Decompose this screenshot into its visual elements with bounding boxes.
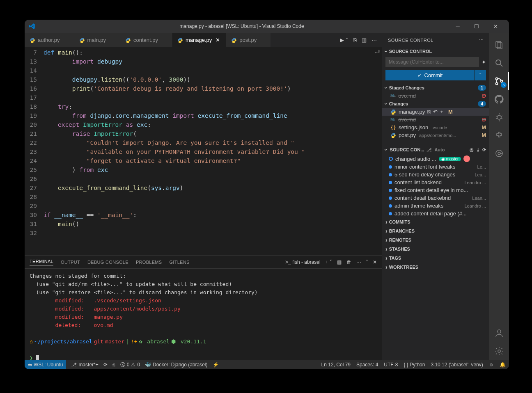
extensions-icon[interactable]	[489, 126, 509, 144]
vscode-logo-icon	[29, 23, 35, 30]
open-file-icon[interactable]: ⎘	[427, 109, 431, 115]
tags-section[interactable]: TAGS	[382, 254, 489, 263]
commit-message-input[interactable]	[385, 57, 479, 67]
tab-problems[interactable]: PROBLEMS	[136, 260, 162, 265]
graph-section[interactable]: SOURCE CON...	[390, 147, 424, 152]
bug-icon[interactable]	[489, 108, 509, 126]
svg-line-10	[501, 116, 502, 117]
split-terminal-icon[interactable]: ▥	[337, 259, 342, 265]
svg-point-16	[498, 330, 501, 333]
remotes-section[interactable]: REMOTES	[382, 235, 489, 244]
tab-post[interactable]: post.py✕	[226, 33, 271, 47]
docker-indicator[interactable]: 🐳 Docker: Django (abrasel)	[145, 362, 207, 368]
commit-row[interactable]: changed audio ...◉ master	[382, 155, 489, 163]
copilot-icon[interactable]: ☺	[489, 362, 494, 368]
commit-row[interactable]: admin theme tweaksLeandro ...	[382, 202, 489, 210]
stashes-section[interactable]: STASHES	[382, 244, 489, 254]
close-panel-icon[interactable]: ✕	[373, 259, 377, 265]
maximize-button[interactable]: ☐	[467, 20, 486, 33]
changed-file-ovo[interactable]: M↓ovo.mdD	[382, 116, 489, 123]
terminal-shell[interactable]: >_ fish - abrasel	[285, 259, 321, 265]
settings-icon[interactable]	[489, 342, 509, 360]
svg-point-2	[496, 60, 501, 65]
encoding-indicator[interactable]: UTF-8	[384, 362, 398, 368]
staged-file[interactable]: M↓ovo.mdD	[382, 92, 489, 100]
tab-terminal[interactable]: TERMINAL	[30, 259, 53, 265]
close-icon[interactable]: ✕	[214, 37, 221, 43]
trash-icon[interactable]: 🗑	[346, 259, 351, 265]
commit-row[interactable]: 5 sec hero delay changesLea...	[382, 171, 489, 178]
source-control-section[interactable]: SOURCE CONTROL	[382, 47, 489, 55]
commit-row[interactable]: content detail backebndLean...	[382, 194, 489, 202]
svg-line-9	[496, 116, 497, 117]
more-icon[interactable]: ⋯	[371, 37, 377, 43]
debug-icon[interactable]: ⎘	[353, 37, 357, 43]
minimize-button[interactable]: ─	[448, 20, 467, 33]
more-icon[interactable]: ⋯	[479, 37, 484, 43]
interpreter-indicator[interactable]: 3.10.12 ('abrasel': venv)	[431, 362, 483, 368]
language-indicator[interactable]: { } Python	[404, 362, 425, 368]
tab-gitlens[interactable]: GITLENS	[169, 260, 189, 265]
svg-point-7	[497, 115, 501, 119]
changed-file-settings[interactable]: settings.json.vscodeM	[382, 123, 489, 131]
tab-content[interactable]: content.py✕	[120, 33, 172, 47]
sync-icon[interactable]: ⟳	[103, 362, 108, 368]
sticky-indicator: ⌐╜	[375, 48, 380, 57]
editor-tabs: author.py✕ main.py✕ content.py✕ manage.p…	[25, 33, 382, 47]
debug-indicator[interactable]: ⚡	[213, 362, 219, 368]
discard-icon[interactable]: ↶	[433, 109, 438, 115]
stage-icon[interactable]: +	[440, 109, 443, 115]
diff-icon[interactable]: ⎌	[112, 362, 115, 368]
commit-row[interactable]: minor content font tweaksLe...	[382, 163, 489, 171]
cursor-position[interactable]: Ln 12, Col 79	[321, 362, 351, 368]
new-terminal-icon[interactable]: + ˅	[326, 259, 332, 265]
branch-indicator[interactable]: ⎇ master*+	[71, 362, 98, 368]
branches-section[interactable]: BRANCHES	[382, 226, 489, 235]
github-icon[interactable]	[489, 90, 509, 108]
svg-point-5	[496, 83, 498, 85]
changes-section[interactable]: Changes4	[382, 100, 489, 108]
commit-row[interactable]: fixed content detail eye in mo...	[382, 186, 489, 194]
svg-point-17	[498, 350, 500, 352]
source-control-icon[interactable]: 5	[489, 72, 509, 90]
tab-main[interactable]: main.py✕	[74, 33, 121, 47]
code-editor[interactable]: ⌐╜ 7 13 14 15 16 17 18 19 20 21 22 23 24…	[25, 47, 382, 255]
explorer-icon[interactable]	[489, 36, 509, 54]
search-icon[interactable]	[489, 54, 509, 72]
commits-section[interactable]: COMMITS	[382, 217, 489, 226]
bell-icon[interactable]: 🔔	[500, 362, 506, 368]
line-gutter: 7 13 14 15 16 17 18 19 20 21 22 23 24 25…	[25, 47, 44, 255]
tab-manage[interactable]: manage.py✕	[172, 33, 226, 47]
window-title: manage.py - abrasel [WSL: Ubuntu] - Visu…	[35, 23, 448, 29]
gitlens-icon[interactable]	[489, 144, 509, 162]
svg-line-3	[500, 64, 502, 66]
remote-indicator[interactable]: ⇋ WSL: Ubuntu	[25, 360, 66, 369]
target-icon[interactable]: ◎	[470, 147, 474, 153]
commit-row[interactable]: added content detail page (#...	[382, 210, 489, 217]
indent-indicator[interactable]: Spaces: 4	[356, 362, 378, 368]
tab-output[interactable]: OUTPUT	[61, 260, 80, 265]
more-icon[interactable]: ⋯	[356, 259, 361, 265]
code-content: def main(): import debugpy debugpy.liste…	[44, 47, 382, 255]
changed-file-post[interactable]: post.pyapps/content/mo...M	[382, 131, 489, 139]
pull-icon[interactable]: ⤓	[476, 147, 480, 153]
sparkle-icon[interactable]: ✦	[482, 59, 486, 65]
refresh-icon[interactable]: ⟳	[482, 147, 486, 153]
changed-file-manage[interactable]: manage.py⎘↶+M	[382, 108, 489, 116]
maximize-panel-icon[interactable]: ˆ	[366, 259, 368, 265]
svg-line-12	[501, 118, 502, 119]
tab-author[interactable]: author.py✕	[25, 33, 74, 47]
staged-section[interactable]: Staged Changes1	[382, 84, 489, 92]
commit-row[interactable]: content list backendLeandro ...	[382, 178, 489, 186]
run-icon[interactable]: ▶ ˅	[340, 37, 349, 43]
svg-point-15	[498, 152, 500, 155]
problems-indicator[interactable]: ⓧ 0 ⚠ 0	[120, 361, 140, 368]
commit-button[interactable]: ✓ Commit	[385, 70, 475, 80]
terminal-output[interactable]: Changes not staged for commit: (use "git…	[25, 269, 382, 360]
close-button[interactable]: ✕	[486, 20, 505, 33]
worktrees-section[interactable]: WORKTREES	[382, 263, 489, 272]
tab-debug-console[interactable]: DEBUG CONSOLE	[87, 260, 128, 265]
split-icon[interactable]: ▥	[362, 37, 367, 43]
commit-dropdown[interactable]: ˅	[475, 70, 486, 80]
account-icon[interactable]	[489, 324, 509, 342]
